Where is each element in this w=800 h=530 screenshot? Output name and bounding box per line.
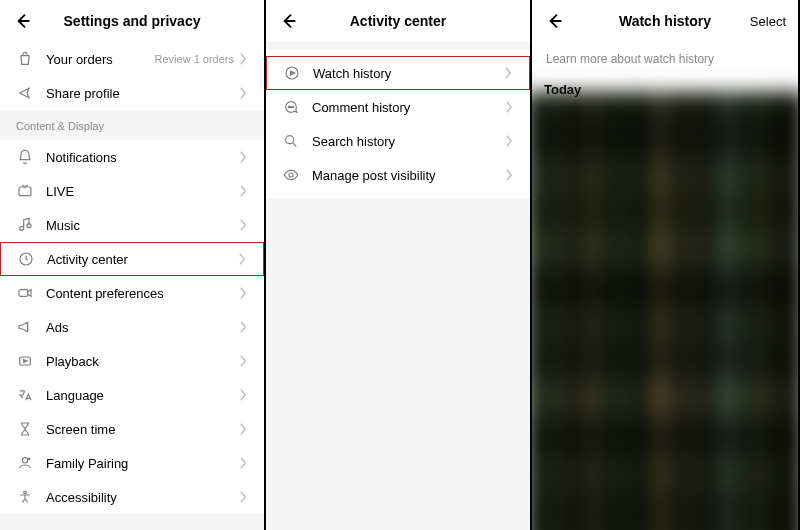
list-label: Notifications bbox=[46, 150, 239, 165]
svg-rect-1 bbox=[19, 187, 31, 196]
learn-more-link[interactable]: Learn more about watch history bbox=[532, 42, 798, 76]
chevron-right-icon bbox=[239, 423, 248, 435]
list-label: Playback bbox=[46, 354, 239, 369]
item-search-history[interactable]: Search history bbox=[266, 124, 530, 158]
item-accessibility[interactable]: Accessibility bbox=[0, 480, 264, 514]
list-label: Your orders bbox=[46, 52, 155, 67]
eye-icon bbox=[282, 166, 300, 184]
chevron-right-icon bbox=[239, 457, 248, 469]
item-music[interactable]: Music bbox=[0, 208, 264, 242]
item-activity-center[interactable]: Activity center bbox=[0, 242, 264, 276]
music-icon bbox=[16, 216, 34, 234]
list-label: Manage post visibility bbox=[312, 168, 505, 183]
svg-marker-13 bbox=[291, 71, 295, 75]
section-header: Content & Display bbox=[0, 110, 264, 140]
language-icon bbox=[16, 386, 34, 404]
list-label: Family Pairing bbox=[46, 456, 239, 471]
item-content-preferences[interactable]: Content preferences bbox=[0, 276, 264, 310]
list-label: Music bbox=[46, 218, 239, 233]
back-icon[interactable] bbox=[544, 11, 564, 31]
item-live[interactable]: LIVE bbox=[0, 174, 264, 208]
svg-point-15 bbox=[290, 106, 291, 107]
item-ads[interactable]: Ads bbox=[0, 310, 264, 344]
accessibility-icon bbox=[16, 488, 34, 506]
back-icon[interactable] bbox=[12, 11, 32, 31]
chevron-right-icon bbox=[505, 101, 514, 113]
svg-line-18 bbox=[293, 143, 296, 146]
svg-point-10 bbox=[24, 491, 27, 494]
bag-icon bbox=[16, 50, 34, 68]
item-language[interactable]: Language bbox=[0, 378, 264, 412]
list-label: Ads bbox=[46, 320, 239, 335]
camera-icon bbox=[16, 284, 34, 302]
chevron-right-icon bbox=[239, 53, 248, 65]
chevron-right-icon bbox=[239, 87, 248, 99]
chevron-right-icon bbox=[505, 135, 514, 147]
list-trailing: Review 1 orders bbox=[155, 53, 234, 65]
svg-point-2 bbox=[20, 226, 24, 230]
list-label: Comment history bbox=[312, 100, 505, 115]
svg-point-8 bbox=[22, 458, 27, 463]
settings-header: Settings and privacy bbox=[0, 0, 264, 42]
list-label: Accessibility bbox=[46, 490, 239, 505]
item-comment-history[interactable]: Comment history bbox=[266, 90, 530, 124]
svg-point-14 bbox=[288, 106, 289, 107]
chevron-right-icon bbox=[239, 491, 248, 503]
svg-point-19 bbox=[289, 173, 293, 177]
item-family-pairing[interactable]: Family Pairing bbox=[0, 446, 264, 480]
list-label: Screen time bbox=[46, 422, 239, 437]
search-icon bbox=[282, 132, 300, 150]
page-title: Activity center bbox=[266, 13, 530, 29]
list-label: Language bbox=[46, 388, 239, 403]
svg-rect-5 bbox=[19, 290, 28, 297]
chevron-right-icon bbox=[238, 253, 247, 265]
chevron-right-icon bbox=[239, 219, 248, 231]
list-label: Share profile bbox=[46, 86, 239, 101]
select-button[interactable]: Select bbox=[750, 14, 786, 29]
item-notifications[interactable]: Notifications bbox=[0, 140, 264, 174]
list-label: Content preferences bbox=[46, 286, 239, 301]
share-icon bbox=[16, 84, 34, 102]
item-manage-visibility[interactable]: Manage post visibility bbox=[266, 158, 530, 192]
megaphone-icon bbox=[16, 318, 34, 336]
hourglass-icon bbox=[16, 420, 34, 438]
chevron-right-icon bbox=[239, 287, 248, 299]
chevron-right-icon bbox=[239, 321, 248, 333]
page-title: Settings and privacy bbox=[0, 13, 264, 29]
svg-marker-7 bbox=[24, 360, 27, 363]
chevron-right-icon bbox=[239, 151, 248, 163]
activity-header: Activity center bbox=[266, 0, 530, 42]
list-label: Search history bbox=[312, 134, 505, 149]
item-watch-history[interactable]: Watch history bbox=[266, 56, 530, 90]
chevron-right-icon bbox=[504, 67, 513, 79]
svg-point-9 bbox=[28, 458, 30, 460]
chevron-right-icon bbox=[239, 185, 248, 197]
item-share-profile[interactable]: Share profile bbox=[0, 76, 264, 110]
play-circle-icon bbox=[283, 64, 301, 82]
watch-history-thumbnails[interactable] bbox=[532, 92, 798, 530]
chevron-right-icon bbox=[239, 389, 248, 401]
family-icon bbox=[16, 454, 34, 472]
chevron-right-icon bbox=[239, 355, 248, 367]
clock-icon bbox=[17, 250, 35, 268]
watch-history-header: Watch history Select bbox=[532, 0, 798, 42]
list-label: Activity center bbox=[47, 252, 238, 267]
item-playback[interactable]: Playback bbox=[0, 344, 264, 378]
bell-icon bbox=[16, 148, 34, 166]
list-label: LIVE bbox=[46, 184, 239, 199]
list-label: Watch history bbox=[313, 66, 504, 81]
item-screen-time[interactable]: Screen time bbox=[0, 412, 264, 446]
svg-point-17 bbox=[286, 136, 294, 144]
back-icon[interactable] bbox=[278, 11, 298, 31]
playback-icon bbox=[16, 352, 34, 370]
svg-point-16 bbox=[292, 106, 293, 107]
live-icon bbox=[16, 182, 34, 200]
chevron-right-icon bbox=[505, 169, 514, 181]
item-your-orders[interactable]: Your orders Review 1 orders bbox=[0, 42, 264, 76]
comment-icon bbox=[282, 98, 300, 116]
